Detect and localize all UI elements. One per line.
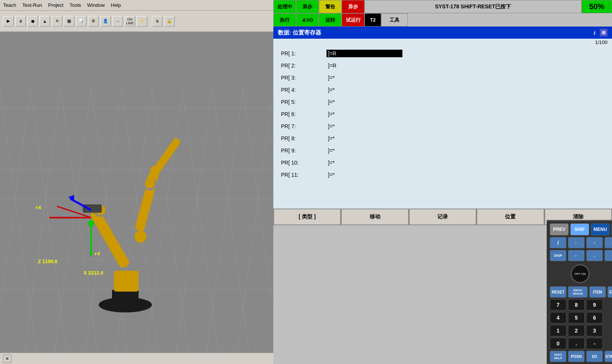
func-btn-record[interactable]: 记录 [409,209,476,225]
pendant-num-4[interactable]: 4 [550,312,566,323]
pendant-main: i ← ↑ → DISP ← ↓ → OFF ON [547,237,612,364]
status-row1: 处理中 异步 警告 异步 SYST-178 SHIFT-RESET已按下 50% [273,0,612,13]
menu-project[interactable]: Project [48,2,63,8]
pr-label-5: PR[ 5: [281,99,327,105]
pr-row-6[interactable]: PR[ 6: ]=* [273,108,612,120]
toolbar-settings[interactable]: ⚙ [88,16,99,27]
toolbar-extra[interactable]: ⚡ [137,16,147,27]
data-panel-title: 数据: 位置寄存器 [278,29,321,36]
menu-help[interactable]: Help [111,2,121,8]
func-btn-position[interactable]: 位置 [476,209,544,225]
pendant-num-minus[interactable]: - [586,338,603,349]
pendant-btn-io[interactable]: I/O [586,351,603,362]
status-message: SYST-178 SHIFT-RESET已按下 [364,0,582,13]
pendant-btn-left[interactable]: ← [568,237,585,248]
pendant-btn-diag[interactable]: DIAGHELP [550,351,566,362]
toolbar-stop[interactable]: ⏹ [27,16,38,27]
pendant-btn-menu[interactable]: MENU [591,223,610,235]
pendant-btn-offon[interactable]: OFF ON [571,264,590,283]
pendant-num-7[interactable]: 7 [550,299,566,311]
toolbar-online[interactable]: ONLINE [125,16,135,27]
svg-text:X 2212.4: X 2212.4 [84,270,104,276]
svg-point-35 [134,231,147,243]
toolbar-lock[interactable]: 🔒 [164,16,175,27]
toolbar-eject[interactable]: ▲ [39,16,50,27]
pendant-num-6[interactable]: 6 [586,312,603,323]
pendant-btn-info[interactable]: i [550,237,566,248]
pr-row-7[interactable]: PR[ 7: ]=* [273,120,612,132]
pendant: PREV SHIF MENU SELECT EDIT DATA FCTN SHI… [547,220,612,364]
toolbar-play[interactable]: ▶ [3,16,14,27]
func-btn-type[interactable]: [ 类型 ] [273,209,341,225]
pendant-num-9[interactable]: 9 [586,299,603,311]
status-io: 🖨 I/O [296,13,319,27]
pendant-btn-down[interactable]: ↓ [586,250,603,261]
menu-window[interactable]: Window [87,2,105,8]
svg-text:+X: +X [35,205,42,210]
pr-value-7: ]=* [327,122,336,130]
toolbar-arrow[interactable]: → [112,16,123,27]
pendant-btn-shif[interactable]: SHIF [570,223,589,235]
menu-tools[interactable]: Tools [69,2,81,8]
func-btn-move[interactable]: 移动 [341,209,409,225]
right-panel: 处理中 异步 警告 异步 SYST-178 SHIFT-RESET已按下 50%… [273,0,612,364]
pendant-btn-up[interactable]: ↑ [586,237,603,248]
status-async2: 异步 [342,0,364,13]
pr-label-10: PR[ 10: [281,160,327,166]
pendant-num-3[interactable]: 3 [586,325,603,336]
menu-teach[interactable]: Teach [3,2,16,8]
toolbar-close[interactable]: ✕ [52,16,62,27]
bottom-close-btn[interactable]: ✕ [3,355,11,363]
pr-row-1[interactable]: PR[ 1: ]=R [273,47,612,60]
expand-btn[interactable]: ⊞ [600,29,607,36]
toolbar: ▶ ⏸ ⏹ ▲ ✕ ▦ 📊 ⚙ 👤 → ONLINE ⚡ 🖱 🔒 [0,11,273,32]
pendant-btn-disp[interactable]: DISP [550,250,566,261]
pendant-btn-reset[interactable]: RESET [550,286,566,298]
toolbar-cursor[interactable]: 🖱 [152,16,162,27]
pendant-num-0[interactable]: 0 [550,338,566,349]
pendant-btn-item[interactable]: ITEM [589,286,606,298]
toolbar-pause[interactable]: ⏸ [15,16,26,27]
pr-row-11[interactable]: PR[ 11: ]=* [273,169,612,181]
pr-row-3[interactable]: PR[ 3: ]=* [273,72,612,84]
viewport: +X +Y Z 1190.6 X 2212.4 [0,32,273,364]
pr-value-3: ]=* [327,74,336,82]
pr-row-2[interactable]: PR[ 2: ]=R [273,60,612,72]
svg-text:+Y: +Y [94,251,101,257]
pendant-btn-left2[interactable]: ← [568,250,585,261]
toolbar-person[interactable]: 👤 [100,16,111,27]
svg-rect-32 [114,271,139,292]
pr-row-9[interactable]: PR[ 9: ]=* [273,144,612,157]
pendant-num-dot[interactable]: . [568,338,585,349]
pendant-btn-posn-fn[interactable]: POSN [568,351,585,362]
pendant-num-2[interactable]: 2 [568,325,585,336]
pendant-num-5[interactable]: 5 [568,312,585,323]
data-panel: 数据: 位置寄存器 i ⊞ 1/100 PR[ 1: ]=R PR[ 2: ]=… [273,27,612,209]
toolbar-grid[interactable]: ▦ [64,16,74,27]
pr-row-4[interactable]: PR[ 4: ]=* [273,84,612,96]
pendant-num-1[interactable]: 1 [550,325,566,336]
pr-row-10[interactable]: PR[ 10: ]=* [273,157,612,169]
status-async1: 异步 [296,0,319,13]
pendant-num-8[interactable]: 8 [568,299,585,311]
pendant-btn-right[interactable]: → [604,237,612,248]
pendant-btn-enter[interactable]: ENTER [607,286,612,298]
pr-row-5[interactable]: PR[ 5: ]=* [273,96,612,108]
pr-label-11: PR[ 11: [281,172,327,178]
data-panel-header: 数据: 位置寄存器 i ⊞ [273,27,612,39]
pr-label-6: PR[ 6: [281,111,327,117]
status-percent: 50% [582,0,612,13]
pr-label-4: PR[ 4: [281,87,327,93]
pr-value-1: ]=R [327,50,402,57]
pendant-btn-backspace[interactable]: BACKSPACE [568,286,588,298]
pr-value-6: ]=* [327,110,336,118]
menu-bar: Teach Test-Run Project Tools Window Help [0,0,273,11]
menu-testrun[interactable]: Test-Run [22,2,42,8]
pendant-btn-prev[interactable]: PREV [550,223,569,235]
toolbar-chart[interactable]: 📊 [76,16,87,27]
pr-label-2: PR[ 2: [281,63,327,69]
info-icon[interactable]: i [591,29,598,36]
pr-row-8[interactable]: PR[ 8: ]=* [273,132,612,144]
pendant-btn-right2[interactable]: → [604,250,612,261]
pendant-btn-status[interactable]: STATUS [604,351,612,362]
